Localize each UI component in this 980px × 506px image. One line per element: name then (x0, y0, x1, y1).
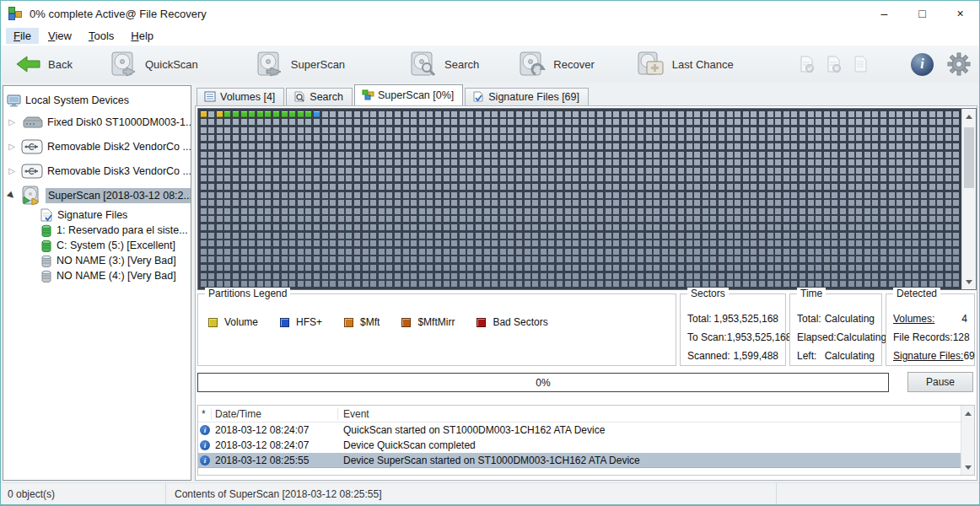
superscan-button[interactable]: SuperScan (249, 48, 352, 80)
detected-filerecords-value: 128 (953, 331, 970, 343)
tree-item-signature-files[interactable]: Signature Files (7, 207, 191, 223)
info-icon: i (200, 455, 210, 466)
legend-item-mft: $Mft (344, 316, 380, 328)
close-button[interactable]: × (941, 1, 979, 26)
scroll-up-icon[interactable] (962, 110, 976, 123)
legend-item-bad-sectors: Bad Sectors (477, 316, 547, 328)
last-chance-button[interactable]: Last Chance (630, 48, 740, 80)
volume-color-swatch (208, 318, 218, 327)
progress-percent: 0% (536, 377, 550, 389)
sectors-toscan-value: 1,953,525,168 (727, 331, 792, 343)
scan-cell-green (249, 111, 255, 117)
tree-item-removable-disk2[interactable]: ▷ Removable Disk2 VendorCo ... (7, 134, 191, 159)
legend-item-hfs: HFS+ (280, 316, 322, 328)
toolbar-mini-icons (800, 56, 869, 73)
tree-item-superscan[interactable]: ▶ SuperScan [2018-03-12 08:2... (7, 183, 191, 207)
volumes-tab-icon (204, 91, 216, 102)
event-log: * Date/Time Event i 2018-03-12 08:24:07 … (197, 405, 975, 476)
device-tree: Local System Devices ▷ Fixed Disk0 ST100… (3, 85, 191, 481)
scan-map-scrollbar[interactable] (961, 109, 976, 289)
search-button[interactable]: Search (402, 48, 486, 80)
tree-item-removable-disk3[interactable]: ▷ Removable Disk3 VendorCo ... (7, 159, 191, 183)
time-elapsed-value: Calculating (837, 331, 886, 343)
scrollbar-thumb[interactable] (964, 127, 974, 188)
sectors-group: Sectors Total:1,953,525,168 To Scan:1,95… (680, 293, 786, 366)
expand-expanded-icon[interactable]: ▶ (5, 188, 19, 202)
scan-cell-green (298, 111, 304, 117)
content-area: Volumes [4] Search SuperScan [0%] (193, 83, 977, 481)
tree-item-volume-noname4[interactable]: NO NAME (4:) [Very Bad] (7, 268, 191, 283)
search-tab-icon (293, 91, 305, 102)
menu-tools[interactable]: Tools (81, 28, 121, 44)
col-star[interactable]: * (198, 408, 212, 420)
quickscan-button[interactable]: QuickScan (103, 48, 205, 80)
scan-cell-green (273, 111, 279, 117)
back-button[interactable]: Back (9, 51, 79, 77)
menu-help[interactable]: Help (123, 28, 161, 44)
signature-tab-icon (472, 91, 484, 102)
col-event[interactable]: Event (338, 408, 974, 420)
tree-item-volume-c-system[interactable]: C: System (5:) [Excellent] (7, 238, 191, 253)
legend-title: Partitions Legend (205, 288, 290, 299)
scroll-up-icon[interactable] (961, 406, 975, 420)
status-bar: 0 object(s) Contents of SuperScan [2018-… (1, 482, 979, 504)
app-logo-icon (8, 7, 24, 20)
superscan-icon (256, 51, 284, 77)
scan-cell-green (224, 111, 230, 117)
scan-progress-bar: 0% (197, 373, 889, 392)
scan-cell-green (257, 111, 263, 117)
sectors-title: Sectors (687, 288, 729, 299)
scroll-down-icon[interactable] (962, 275, 976, 288)
expand-collapsed-icon[interactable]: ▷ (7, 117, 17, 126)
app-window: 0% complete Active@ File Recovery – □ × … (0, 0, 980, 506)
search-icon (409, 51, 438, 77)
help-info-icon[interactable]: i (911, 53, 934, 76)
recover-button[interactable]: Recover (511, 48, 600, 80)
clear-log-icon[interactable] (827, 56, 842, 73)
minimize-button[interactable]: – (865, 1, 903, 26)
event-log-scrollbar[interactable] (961, 406, 974, 475)
detected-volumes-link[interactable]: Volumes: (893, 313, 934, 325)
doc-check-icon (40, 208, 53, 222)
volume-gray-icon (40, 270, 52, 283)
settings-gear-icon[interactable] (947, 52, 971, 76)
save-log-check-icon[interactable] (800, 56, 815, 73)
back-arrow-icon (16, 55, 41, 73)
volume-gray-icon (40, 255, 52, 267)
tab-search[interactable]: Search (286, 88, 353, 105)
event-row-selected[interactable]: i 2018-03-12 08:25:55 Device SuperScan s… (198, 453, 974, 468)
menu-file[interactable]: File (6, 28, 39, 44)
tree-item-volume-noname3[interactable]: NO NAME (3:) [Very Bad] (7, 253, 191, 268)
toolbar: Back QuickScan SuperScan Search Recover (1, 46, 979, 83)
scan-cell-yellow (217, 111, 223, 117)
tree-root-local-system-devices[interactable]: Local System Devices (7, 91, 191, 110)
tree-item-volume-reservado[interactable]: 1: Reservado para el siste... (7, 223, 191, 238)
expand-collapsed-icon[interactable]: ▷ (7, 166, 17, 175)
tab-signature-files[interactable]: Signature Files [69] (465, 88, 589, 105)
event-log-header: * Date/Time Event (198, 406, 974, 423)
expand-collapsed-icon[interactable]: ▷ (7, 142, 17, 151)
tab-volumes[interactable]: Volumes [4] (197, 88, 284, 105)
scan-cell-green (289, 111, 295, 117)
scan-cell-blue (314, 111, 320, 117)
mftmirr-color-swatch (401, 318, 411, 327)
main-area: Local System Devices ▷ Fixed Disk0 ST100… (1, 83, 979, 482)
detected-signature-files-link[interactable]: Signature Files: (893, 350, 963, 362)
scroll-down-icon[interactable] (961, 460, 975, 474)
pause-button[interactable]: Pause (907, 372, 973, 392)
hfs-color-swatch (280, 318, 289, 327)
maximize-button[interactable]: □ (903, 1, 941, 26)
usb-icon (21, 139, 43, 154)
legend-item-volume: Volume (208, 316, 258, 328)
menu-view[interactable]: View (40, 28, 79, 44)
sectors-scanned-value: 1,599,488 (734, 350, 778, 362)
col-datetime[interactable]: Date/Time (212, 408, 338, 420)
detected-group: Detected Volumes:4 File Records:128 Sign… (886, 293, 975, 366)
tree-item-fixed-disk0[interactable]: ▷ Fixed Disk0 ST1000DM003-1... (7, 110, 191, 134)
event-row[interactable]: i 2018-03-12 08:24:07 QuickScan started … (198, 423, 974, 438)
tab-superscan[interactable]: SuperScan [0%] (354, 84, 463, 105)
time-total-value: Calculating (825, 313, 875, 325)
event-row[interactable]: i 2018-03-12 08:24:07 Device QuickScan c… (198, 438, 974, 453)
view-log-icon[interactable] (853, 56, 869, 73)
detected-volumes-value: 4 (961, 313, 967, 325)
